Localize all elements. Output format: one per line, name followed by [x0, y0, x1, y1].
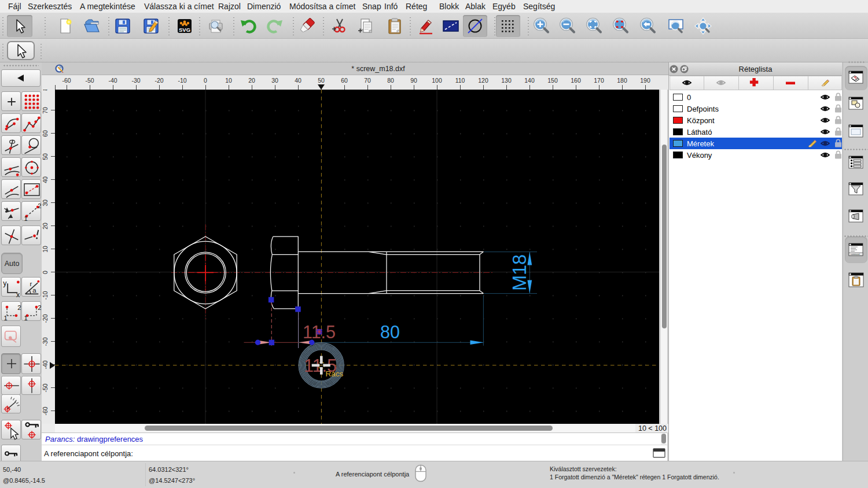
svg-text:2: 2	[38, 202, 41, 209]
svg-text:x: x	[16, 291, 20, 297]
svg-text:1: 1	[24, 315, 27, 321]
svg-text:M18: M18	[509, 254, 530, 291]
svg-text:2: 2	[17, 304, 21, 311]
svg-text:1: 1	[3, 315, 7, 321]
svg-text:SVG: SVG	[179, 27, 190, 33]
svg-text:80: 80	[380, 322, 400, 342]
svg-text:a: a	[32, 287, 36, 294]
svg-text:Rács: Rács	[326, 369, 344, 378]
svg-text:command: command	[851, 253, 859, 256]
svg-text:r: r	[30, 280, 32, 287]
svg-text:2: 2	[38, 304, 41, 311]
svg-text:1: 1	[24, 215, 27, 221]
svg-text:y: y	[3, 279, 7, 287]
